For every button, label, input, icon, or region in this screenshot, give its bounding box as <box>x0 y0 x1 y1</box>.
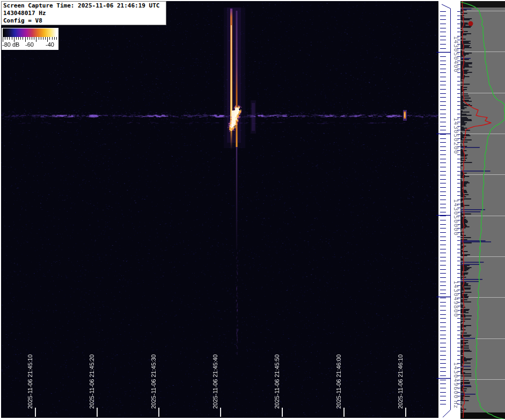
frequency-label: 143050200 <box>452 117 459 154</box>
spectrum-panel-canvas <box>460 1 505 419</box>
frequency-label: 143049600 <box>452 362 459 399</box>
scale-tick <box>32 37 32 40</box>
scale-tick <box>27 37 28 40</box>
time-tick <box>343 408 345 417</box>
time-tick <box>97 408 98 417</box>
scale-tick <box>45 37 46 40</box>
spectrogram-app-window: Screen Capture Time: 2025-11-06 21:46:19… <box>0 0 505 420</box>
color-scale-labels: -80 dB -60 -40 <box>2 41 58 49</box>
scale-tick <box>41 37 41 40</box>
scale-tick <box>23 37 23 40</box>
time-tick <box>158 408 159 417</box>
time-label: 2025-11-06 21:46:10 <box>397 355 404 409</box>
color-gradient-bar <box>3 28 56 37</box>
frequency-text: 143048017 Hz <box>3 10 164 17</box>
time-tick <box>405 408 406 417</box>
scale-tick <box>56 37 57 40</box>
color-scale-legend: -80 dB -60 -40 <box>2 28 58 50</box>
time-tick <box>282 408 283 417</box>
scale-tick <box>49 37 50 40</box>
scale-tick <box>12 37 12 40</box>
scale-tick <box>18 37 19 40</box>
time-tick <box>35 408 36 417</box>
scale-tick <box>7 37 8 40</box>
scale-label-60db: -60 <box>25 41 34 48</box>
scale-tick <box>39 37 39 40</box>
scale-tick <box>43 37 43 40</box>
scale-tick <box>5 37 5 40</box>
scale-label-80db: -80 dB <box>2 41 19 48</box>
scale-tick <box>54 37 55 40</box>
spectrogram-canvas <box>1 1 438 418</box>
time-label: 2025-11-06 21:45:30 <box>150 355 157 409</box>
time-tick <box>220 408 221 417</box>
scale-tick <box>16 37 17 40</box>
frequency-label: 143049800 <box>452 281 459 318</box>
time-label: 2025-11-06 21:45:50 <box>274 355 281 409</box>
scale-tick <box>52 37 53 40</box>
frequency-label: 143050400 <box>452 36 459 73</box>
time-label: 2025-11-06 21:46:00 <box>335 355 342 409</box>
frequency-label: 143050000 <box>452 199 459 236</box>
scale-label-40db: -40 <box>46 41 54 48</box>
time-label: 2025-11-06 21:45:10 <box>27 355 34 409</box>
scale-tick <box>9 37 10 40</box>
capture-time-text: Screen Capture Time: 2025-11-06 21:46:19… <box>3 2 164 10</box>
capture-info-box: Screen Capture Time: 2025-11-06 21:46:19… <box>1 1 166 25</box>
scale-tick <box>30 37 30 40</box>
config-text: Config = V8 <box>3 17 164 25</box>
scale-tick <box>20 37 21 40</box>
time-label: 2025-11-06 21:45:40 <box>212 355 219 409</box>
frequency-unit-label: Hz <box>452 401 459 409</box>
time-label: 2025-11-06 21:45:20 <box>89 355 96 409</box>
scale-tick <box>34 37 34 40</box>
